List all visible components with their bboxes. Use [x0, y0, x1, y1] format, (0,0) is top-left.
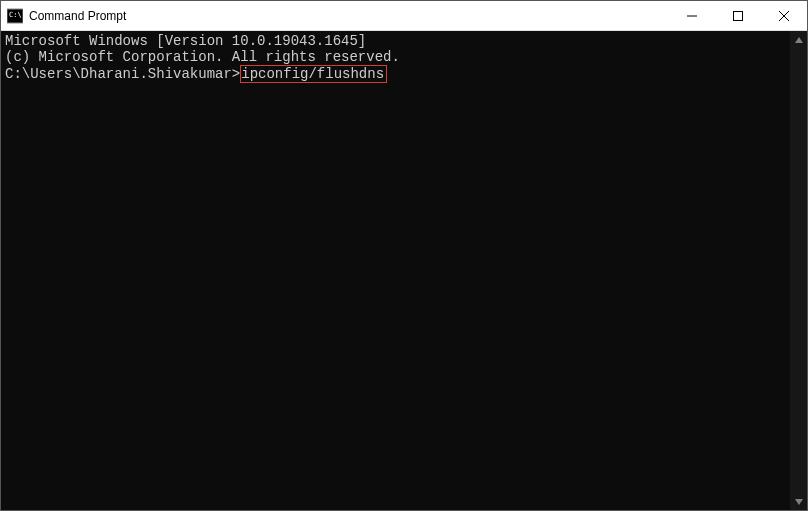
- window-controls: [669, 1, 807, 30]
- terminal-output[interactable]: Microsoft Windows [Version 10.0.19043.16…: [1, 31, 790, 510]
- window-frame: C:\ Command Prompt Microsoft Windows [Ve…: [0, 0, 808, 511]
- command-text: ipconfig/flushdns: [240, 65, 387, 83]
- svg-marker-6: [795, 37, 803, 43]
- prompt-line: C:\Users\Dharani.Shivakumar>ipconfig/flu…: [5, 65, 786, 83]
- svg-marker-7: [795, 499, 803, 505]
- svg-text:C:\: C:\: [9, 11, 22, 19]
- svg-rect-3: [734, 11, 743, 20]
- vertical-scrollbar[interactable]: [790, 31, 807, 510]
- titlebar[interactable]: C:\ Command Prompt: [1, 1, 807, 31]
- scroll-down-arrow[interactable]: [790, 493, 807, 510]
- maximize-button[interactable]: [715, 1, 761, 30]
- output-line: (c) Microsoft Corporation. All rights re…: [5, 49, 786, 65]
- window-title: Command Prompt: [29, 9, 669, 23]
- scroll-up-arrow[interactable]: [790, 31, 807, 48]
- output-line: Microsoft Windows [Version 10.0.19043.16…: [5, 33, 786, 49]
- cmd-icon: C:\: [7, 8, 23, 24]
- prompt-path: C:\Users\Dharani.Shivakumar>: [5, 66, 240, 82]
- minimize-button[interactable]: [669, 1, 715, 30]
- terminal-area: Microsoft Windows [Version 10.0.19043.16…: [1, 31, 807, 510]
- close-button[interactable]: [761, 1, 807, 30]
